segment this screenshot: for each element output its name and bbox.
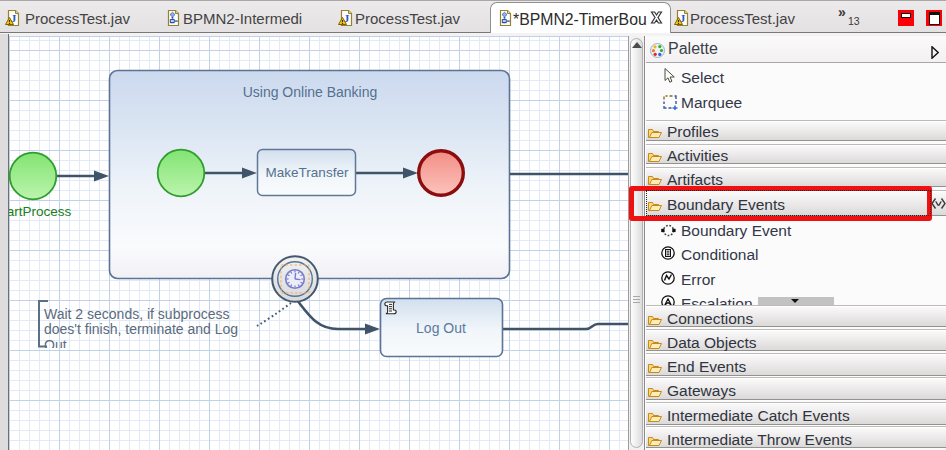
svg-text:StartProcess: StartProcess [9,204,72,219]
svg-text:Wait 2 seconds, if subprocess: Wait 2 seconds, if subprocess [44,306,229,322]
svg-text:Using Online Banking: Using Online Banking [243,84,378,100]
svg-text:does't finish, terminate and L: does't finish, terminate and Log [44,321,238,337]
svg-text:Out: Out [44,337,67,353]
svg-text:Log Out: Log Out [416,320,466,336]
svg-text:MakeTransfer: MakeTransfer [266,165,349,180]
